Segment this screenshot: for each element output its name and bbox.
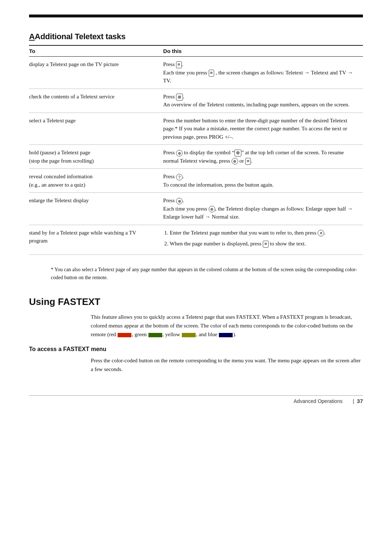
index-button-icon: ≣ bbox=[176, 94, 183, 101]
yellow-swatch bbox=[182, 333, 196, 337]
footer-page-number: 37 bbox=[357, 398, 363, 404]
table-row: enlarge the Teletext display Press ⊕. Ea… bbox=[29, 193, 363, 225]
task-to: reveal concealed information(e.g., an an… bbox=[29, 169, 156, 193]
footer-section-name: Advanced Operations bbox=[294, 398, 343, 404]
task-to: display a Teletext page on the TV pictur… bbox=[29, 57, 156, 89]
footer-pipe: | bbox=[353, 398, 354, 404]
teletext-button-icon3: ≡ bbox=[245, 158, 251, 165]
task-do: Press the number buttons to enter the th… bbox=[156, 113, 363, 145]
fastext-body: This feature allows you to quickly acces… bbox=[91, 313, 363, 339]
standby-button-icon: ✕ bbox=[318, 230, 324, 236]
table-row: check the contents of a Teletext service… bbox=[29, 89, 363, 113]
task-do: Press ⊕ to display the symbol “⊕” at the… bbox=[156, 145, 363, 169]
task-do: Enter the Teletext page number that you … bbox=[156, 225, 363, 254]
fastext-access-body: Press the color-coded button on the remo… bbox=[91, 356, 363, 374]
footnote: * You can also select a Teletext page of… bbox=[51, 266, 363, 282]
hold-button-icon2: ⊕ bbox=[232, 158, 238, 164]
teletext-button-icon: ≡ bbox=[176, 61, 182, 68]
task-do: Press ≡. Each time you press ≡ , the scr… bbox=[156, 57, 363, 89]
enlarge-button-icon2: ⊕ bbox=[209, 206, 215, 212]
teletext-button-icon4: ≡ bbox=[263, 241, 269, 248]
task-do: Press ≣. An overview of the Teletext con… bbox=[156, 89, 363, 113]
col-header-to: To bbox=[29, 45, 156, 57]
fastext-sub-title: To access a FASTEXT menu bbox=[29, 346, 363, 353]
list-item: When the page number is displayed, press… bbox=[170, 240, 360, 248]
green-swatch bbox=[148, 333, 162, 337]
enlarge-button-icon: ⊕ bbox=[176, 198, 183, 204]
table-row: stand by for a Teletext page while watch… bbox=[29, 225, 363, 254]
blue-swatch bbox=[219, 333, 233, 337]
task-to: hold (pause) a Teletext page(stop the pa… bbox=[29, 145, 156, 169]
footer: Advanced Operations | 37 bbox=[29, 395, 363, 404]
col-header-do: Do this bbox=[156, 45, 363, 57]
fastext-title: Using FASTEXT bbox=[29, 296, 363, 307]
table-row: reveal concealed information(e.g., an an… bbox=[29, 169, 363, 193]
task-to: select a Teletext page bbox=[29, 113, 156, 145]
task-do: Press ?. To conceal the information, pre… bbox=[156, 169, 363, 193]
task-do: Press ⊕. Each time you press ⊕, the Tele… bbox=[156, 193, 363, 225]
table-row: display a Teletext page on the TV pictur… bbox=[29, 57, 363, 89]
tasks-table: To Do this display a Teletext page on th… bbox=[29, 45, 363, 255]
list-item: Enter the Teletext page number that you … bbox=[170, 229, 360, 237]
hold-symbol-icon: ⊕ bbox=[234, 150, 241, 156]
teletext-button-icon2: ≡ bbox=[209, 70, 215, 77]
reveal-button-icon: ? bbox=[176, 174, 183, 180]
task-to: check the contents of a Teletext service bbox=[29, 89, 156, 113]
task-to: enlarge the Teletext display bbox=[29, 193, 156, 225]
task-to: stand by for a Teletext page while watch… bbox=[29, 225, 156, 254]
hold-button-icon: ⊕ bbox=[176, 150, 183, 156]
table-row: select a Teletext page Press the number … bbox=[29, 113, 363, 145]
steps-list: Enter the Teletext page number that you … bbox=[163, 229, 360, 248]
top-bar bbox=[29, 15, 363, 17]
table-row: hold (pause) a Teletext page(stop the pa… bbox=[29, 145, 363, 169]
page-title: AAdditional Teletext tasks bbox=[29, 32, 363, 41]
red-swatch bbox=[118, 333, 131, 337]
